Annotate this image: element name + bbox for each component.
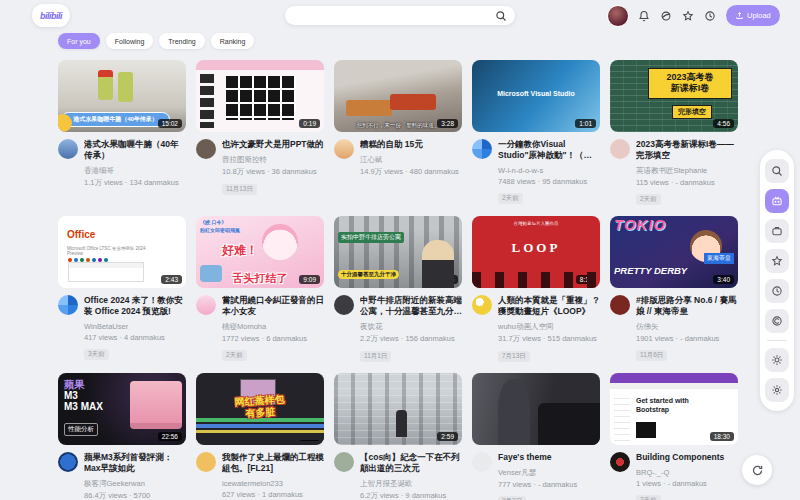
channel-name[interactable]: Venser凡瑟	[498, 468, 600, 478]
video-card[interactable]: 烂到不行，来一份「塑料的味道」 3:28 糟糕的自助 15元 江心赋 14.9万…	[334, 60, 462, 205]
video-thumbnail[interactable]: 烂到不行，来一份「塑料的味道」 3:28	[334, 60, 462, 132]
video-title[interactable]: 港式水果咖喱牛腩（40年传承）	[84, 139, 186, 161]
video-title[interactable]: 也许文豪野犬是用PPT做的	[222, 139, 324, 150]
video-thumbnail[interactable]: TOKIO PRETTY DERBY 東海帝皇 3:40	[610, 216, 738, 288]
user-avatar[interactable]	[607, 5, 629, 27]
channel-avatar[interactable]	[58, 139, 78, 159]
channel-name[interactable]: 仿佛矢	[636, 322, 738, 332]
channel-avatar[interactable]	[472, 452, 492, 472]
channel-avatar[interactable]	[334, 295, 354, 315]
video-card[interactable]: Office Microsoft Office LTSC 专业增强版 2024 …	[58, 216, 186, 362]
video-card[interactable]: 1:46 Faye's theme Venser凡瑟 777 views · -…	[472, 373, 600, 500]
channel-name[interactable]: WinBetaUser	[84, 322, 186, 331]
channel-avatar[interactable]	[334, 139, 354, 159]
channel-name[interactable]: 极客湾Geekerwan	[84, 479, 186, 489]
channel-name[interactable]: 英语教书匠Stephanie	[636, 166, 738, 176]
video-title[interactable]: Office 2024 来了！教你安装 Office 2024 预览版!	[84, 295, 186, 317]
channel-avatar[interactable]	[196, 452, 216, 472]
bell-icon[interactable]	[636, 9, 651, 24]
video-title[interactable]: Faye's theme	[498, 452, 600, 463]
channel-name[interactable]: wuhu动画人空间	[498, 322, 600, 332]
video-title[interactable]: 【cos向】紀念一下在不列顛出道的三次元	[360, 452, 462, 474]
history-icon[interactable]	[702, 9, 717, 24]
video-title[interactable]: 嘗試用繞口令糾正發音的日本小女友	[222, 295, 324, 317]
video-thumbnail[interactable]: 2023高考卷 新课标I卷 完形填空 4:56	[610, 60, 738, 132]
video-thumbnail[interactable]: 《繞 口令》 粉紅女郎要唱飛鳳 好难！ 舌头打结了 9:09	[196, 216, 324, 288]
channel-name[interactable]: 桃寝Momoha	[222, 322, 324, 332]
video-card[interactable]: Microsoft Visual Studio 1:01 一分鐘教你Visual…	[472, 60, 600, 205]
video-title[interactable]: #排版思路分享 No.6 / 賽馬娘 // 東海帝皇	[636, 295, 738, 317]
channel-avatar[interactable]	[58, 452, 78, 472]
gear-icon[interactable]	[765, 378, 789, 402]
video-thumbnail[interactable]: Office Microsoft Office LTSC 专业增强版 2024 …	[58, 216, 186, 288]
dynamic-icon[interactable]	[658, 9, 673, 24]
search-bar[interactable]	[285, 6, 515, 25]
tab-following[interactable]: Following	[106, 33, 154, 49]
video-card[interactable]: 实拍中野牛排店旁公寓 十分温馨甚至九分干净 6:15 中野牛排店附近的新装高端公…	[334, 216, 462, 362]
channel-name[interactable]: 普拉图斯控特	[222, 155, 324, 165]
tv-icon[interactable]	[765, 189, 789, 213]
refresh-button[interactable]	[742, 455, 772, 485]
video-card[interactable]: 2:59 【cos向】紀念一下在不列顛出道的三次元 上智月报圣诞欧 6.2万 v…	[334, 373, 462, 500]
upload-button[interactable]: Upload	[726, 5, 780, 26]
channel-name[interactable]: 香港细哥	[84, 166, 186, 176]
video-title[interactable]: 蘋果M3系列首發評測：Max早該如此	[84, 452, 186, 474]
channel-avatar[interactable]	[610, 139, 630, 159]
date-badge: 3天前	[84, 349, 109, 360]
video-title[interactable]: 2023高考卷新课标I卷——完形填空	[636, 139, 738, 161]
video-card[interactable]: 0:19 也许文豪野犬是用PPT做的 普拉图斯控特 10.8万 views · …	[196, 60, 324, 205]
video-card[interactable]: 网红蒸样包 有多脏 2:02 我製作了史上最爛的工程模組包。[FL21] ice…	[196, 373, 324, 500]
search-input[interactable]	[292, 11, 493, 20]
channel-avatar[interactable]	[196, 295, 216, 315]
video-card[interactable]: 蘋果 M3 M3 MAX 性能分析 22:56 蘋果M3系列首發評測：Max早該…	[58, 373, 186, 500]
history-icon[interactable]	[765, 279, 789, 303]
video-card[interactable]: 台灣動畫短片入圍作品 LOOP 8:11 人類的本質就是「重複」？獲獎動畫短片《…	[472, 216, 600, 362]
video-thumbnail[interactable]: 港式水果咖喱牛腩（40年传承） 15:02	[58, 60, 186, 132]
search-icon[interactable]	[765, 159, 789, 183]
video-thumbnail[interactable]: 台灣動畫短片入圍作品 LOOP 8:11	[472, 216, 600, 288]
channel-name[interactable]: W-i-n-d-o-w-s	[498, 166, 600, 175]
video-card[interactable]: 2023高考卷 新课标I卷 完形填空 4:56 2023高考卷新课标I卷——完形…	[610, 60, 738, 205]
channel-avatar[interactable]	[610, 452, 630, 472]
video-title[interactable]: 中野牛排店附近的新装高端公寓，十分温馨甚至九分干净	[360, 295, 462, 317]
channel-avatar[interactable]	[334, 452, 354, 472]
creator-icon[interactable]	[765, 309, 789, 333]
channel-name[interactable]: 夜饮花	[360, 322, 462, 332]
video-thumbnail[interactable]: 1:46	[472, 373, 600, 445]
video-thumbnail[interactable]: 0:19	[196, 60, 324, 132]
video-title[interactable]: Building Components	[636, 452, 738, 463]
channel-avatar[interactable]	[58, 295, 78, 315]
video-thumbnail[interactable]: 蘋果 M3 M3 MAX 性能分析 22:56	[58, 373, 186, 445]
channel-avatar[interactable]	[610, 295, 630, 315]
channel-avatar[interactable]	[472, 295, 492, 315]
star-icon[interactable]	[680, 9, 695, 24]
video-card[interactable]: 《繞 口令》 粉紅女郎要唱飛鳳 好难！ 舌头打结了 9:09 嘗試用繞口令糾正發…	[196, 216, 324, 362]
channel-avatar[interactable]	[196, 139, 216, 159]
channel-name[interactable]: 江心赋	[360, 155, 462, 165]
video-card[interactable]: 港式水果咖喱牛腩（40年传承） 15:02 港式水果咖喱牛腩（40年传承） 香港…	[58, 60, 186, 205]
video-thumbnail[interactable]: 2:59	[334, 373, 462, 445]
tab-for-you[interactable]: For you	[58, 33, 100, 49]
video-card[interactable]: Get started with Bootstrap 18:30 Buildin…	[610, 373, 738, 500]
channel-name[interactable]: 上智月报圣诞欧	[360, 479, 462, 489]
video-thumbnail[interactable]: 网红蒸样包 有多脏 2:02	[196, 373, 324, 445]
sun-icon[interactable]	[765, 348, 789, 372]
tab-trending[interactable]: Trending	[159, 33, 204, 49]
channel-name[interactable]: icewatermelon233	[222, 479, 324, 488]
site-logo[interactable]: bilibili	[32, 4, 70, 27]
video-title[interactable]: 糟糕的自助 15元	[360, 139, 462, 150]
video-thumbnail[interactable]: Microsoft Visual Studio 1:01	[472, 60, 600, 132]
star-icon[interactable]	[765, 249, 789, 273]
video-title[interactable]: 人類的本質就是「重複」？獲獎動畫短片《LOOP》	[498, 295, 600, 317]
channel-name[interactable]: BRQ-._-Q	[636, 468, 738, 477]
duration-badge: 1:01	[575, 119, 596, 128]
video-thumbnail[interactable]: 实拍中野牛排店旁公寓 十分温馨甚至九分干净 6:15	[334, 216, 462, 288]
search-icon[interactable]	[493, 8, 508, 23]
tab-ranking[interactable]: Ranking	[211, 33, 255, 49]
video-card[interactable]: TOKIO PRETTY DERBY 東海帝皇 3:40 #排版思路分享 No.…	[610, 216, 738, 362]
video-thumbnail[interactable]: Get started with Bootstrap 18:30	[610, 373, 738, 445]
bag-icon[interactable]	[765, 219, 789, 243]
video-title[interactable]: 一分鐘教你Visual Studio"原神啟動"！（適用於Blend）	[498, 139, 600, 161]
channel-avatar[interactable]	[472, 139, 492, 159]
video-title[interactable]: 我製作了史上最爛的工程模組包。[FL21]	[222, 452, 324, 474]
